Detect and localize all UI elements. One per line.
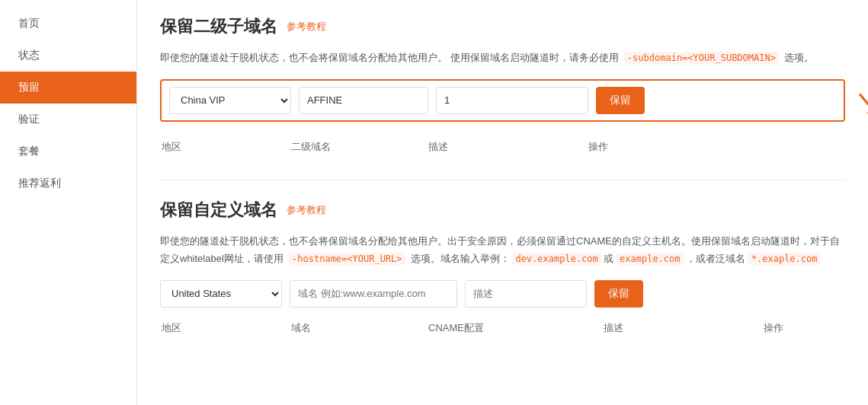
app-layout: 首页 状态 预留 验证 套餐 推荐返利 保留二级子域名 参考教程 即使您的隧道处… bbox=[0, 0, 868, 405]
col-header-subdomain: 二级域名 bbox=[291, 140, 421, 154]
custom-desc-text2: 选项。域名输入举例： bbox=[411, 253, 510, 264]
col-header-action: 操作 bbox=[588, 140, 845, 154]
col-header-cname: CNAME配置 bbox=[428, 321, 596, 335]
custom-domain-save-button[interactable]: 保留 bbox=[594, 280, 643, 308]
sidebar: 首页 状态 预留 验证 套餐 推荐返利 bbox=[0, 0, 137, 405]
sidebar-item-referral[interactable]: 推荐返利 bbox=[0, 167, 136, 199]
custom-domain-col-headers: 地区 域名 CNAME配置 描述 操作 bbox=[160, 318, 845, 338]
col-header-domain: 域名 bbox=[291, 321, 421, 335]
subdomain-region-select[interactable]: China VIP United States Europe bbox=[169, 87, 291, 114]
subdomain-desc-input[interactable] bbox=[436, 87, 588, 114]
arrow-indicator bbox=[854, 88, 868, 123]
subdomain-header: 保留二级子域名 参考教程 bbox=[160, 15, 845, 38]
custom-domain-header: 保留自定义域名 参考教程 bbox=[160, 199, 845, 222]
custom-desc-code3: example.com bbox=[617, 253, 683, 265]
subdomain-desc-text2: 选项。 bbox=[784, 52, 814, 63]
main-content: 保留二级子域名 参考教程 即使您的隧道处于脱机状态，也不会将保留域名分配给其他用… bbox=[137, 0, 868, 405]
custom-desc-text3: 或 bbox=[604, 253, 613, 264]
col-header-desc: 描述 bbox=[428, 140, 581, 154]
custom-domain-description: 即使您的隧道处于脱机状态，也不会将保留域名分配给其他用户。出于安全原因，必须保留… bbox=[160, 232, 845, 268]
custom-domain-form-row: United States China VIP Europe 保留 bbox=[160, 280, 845, 308]
custom-domain-ref-link[interactable]: 参考教程 bbox=[287, 203, 326, 217]
custom-domain-region-select[interactable]: United States China VIP Europe bbox=[160, 280, 282, 308]
subdomain-ref-link[interactable]: 参考教程 bbox=[287, 20, 326, 33]
subdomain-form-row: China VIP United States Europe 保留 bbox=[160, 79, 845, 122]
sidebar-item-home[interactable]: 首页 bbox=[0, 8, 136, 40]
col-header-action2: 操作 bbox=[764, 321, 845, 335]
custom-desc-text4: ，或者泛域名 bbox=[686, 253, 745, 264]
col-header-region2: 地区 bbox=[162, 321, 283, 335]
subdomain-desc-text1: 即使您的隧道处于脱机状态，也不会将保留域名分配给其他用户。 使用保留域名启动隧道… bbox=[160, 52, 619, 63]
subdomain-col-headers: 地区 二级域名 描述 操作 bbox=[160, 137, 845, 157]
sidebar-item-plan[interactable]: 套餐 bbox=[0, 136, 136, 167]
sidebar-item-verify[interactable]: 验证 bbox=[0, 104, 136, 136]
sidebar-item-reserve[interactable]: 预留 bbox=[0, 72, 136, 104]
sidebar-item-status[interactable]: 状态 bbox=[0, 40, 136, 72]
custom-domain-input[interactable] bbox=[290, 280, 457, 308]
custom-domain-section: 保留自定义域名 参考教程 即使您的隧道处于脱机状态，也不会将保留域名分配给其他用… bbox=[160, 199, 845, 338]
custom-desc-code4: *.exaple.com bbox=[748, 253, 821, 265]
svg-line-1 bbox=[860, 94, 868, 113]
col-header-region: 地区 bbox=[162, 140, 283, 154]
subdomain-save-button[interactable]: 保留 bbox=[596, 87, 645, 114]
subdomain-title: 保留二级子域名 bbox=[160, 15, 277, 38]
col-header-desc2: 描述 bbox=[604, 321, 756, 335]
custom-desc-code2: dev.example.com bbox=[512, 253, 601, 265]
arrow-icon bbox=[854, 88, 868, 121]
custom-domain-title: 保留自定义域名 bbox=[160, 199, 277, 222]
custom-desc-code1: -hostname=<YOUR_URL> bbox=[289, 253, 405, 265]
section-divider bbox=[160, 180, 845, 180]
subdomain-input[interactable] bbox=[299, 87, 428, 114]
subdomain-desc-code: -subdomain=<YOUR_SUBDOMAIN> bbox=[624, 52, 779, 64]
subdomain-section: 保留二级子域名 参考教程 即使您的隧道处于脱机状态，也不会将保留域名分配给其他用… bbox=[160, 15, 845, 157]
custom-domain-desc-input[interactable] bbox=[465, 280, 587, 308]
subdomain-description: 即使您的隧道处于脱机状态，也不会将保留域名分配给其他用户。 使用保留域名启动隧道… bbox=[160, 49, 845, 67]
